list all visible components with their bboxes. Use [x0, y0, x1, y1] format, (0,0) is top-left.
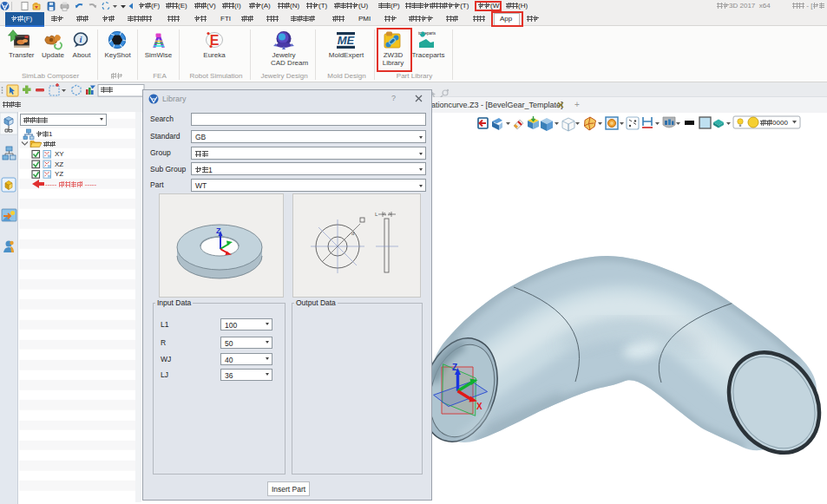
svg-text:ME: ME	[338, 34, 355, 47]
svg-text:d: d	[351, 231, 354, 236]
svg-text:Z: Z	[452, 363, 457, 372]
svg-text:L: L	[375, 212, 378, 217]
svg-text:Z: Z	[216, 226, 221, 235]
svg-text:X: X	[476, 402, 482, 411]
